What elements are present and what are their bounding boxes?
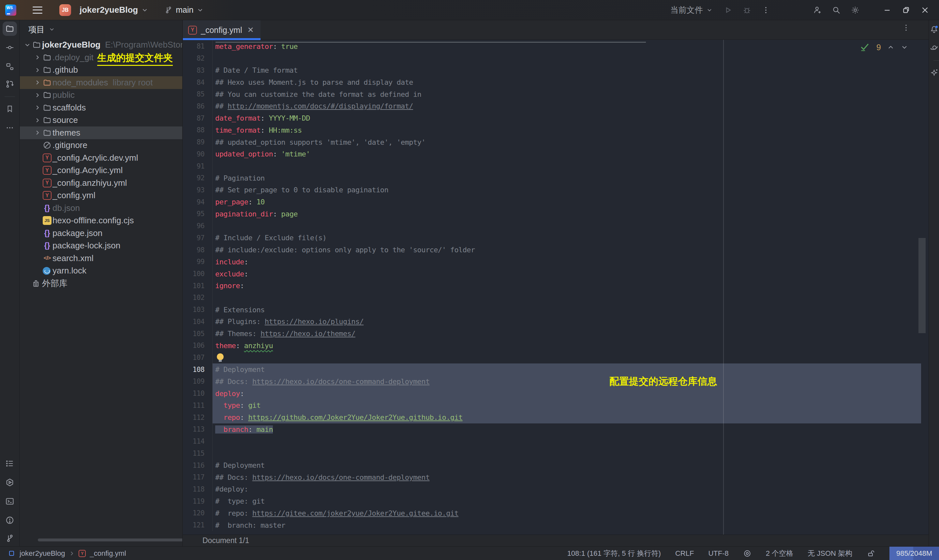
pull-requests-toolwindow-button[interactable]: [5, 80, 14, 89]
line-content[interactable]: ## Docs: https://hexo.io/docs/one-comman…: [212, 375, 921, 388]
project-panel-header[interactable]: 项目: [20, 20, 182, 38]
breadcrumb-project[interactable]: joker2yueBlog: [20, 549, 65, 558]
services-toolwindow-button[interactable]: [5, 478, 14, 487]
line-content[interactable]: # Pagination: [212, 172, 921, 184]
url-link[interactable]: https://hexo.io/themes/: [260, 329, 356, 338]
code-line-88[interactable]: 88time_format: HH:mm:ss: [183, 124, 921, 136]
line-content[interactable]: ## Themes: https://hexo.io/themes/: [212, 328, 921, 340]
line-content[interactable]: [212, 352, 921, 364]
tree-item-package.json[interactable]: {}package.json: [20, 227, 182, 240]
tab-config-yml[interactable]: Y _config.yml ✕: [183, 20, 260, 40]
line-content[interactable]: [212, 447, 921, 459]
line-content[interactable]: meta_generator: true: [212, 40, 921, 52]
line-content[interactable]: ## Plugins: https://hexo.io/plugins/: [212, 316, 921, 328]
tab-options-button[interactable]: [902, 23, 910, 32]
line-content[interactable]: ## updated_option supports 'mtime', 'dat…: [212, 136, 921, 148]
line-content[interactable]: #deploy:: [212, 483, 921, 495]
inspection-widget[interactable]: 9: [859, 42, 908, 53]
tree-item-search.xml[interactable]: </>search.xml: [20, 252, 182, 265]
line-content[interactable]: repo: https://github.com/Joker2Yue/Joker…: [212, 411, 921, 423]
tree-item-_config.Acrylic.dev.yml[interactable]: Y_config.Acrylic.dev.yml: [20, 152, 182, 164]
memory-indicator[interactable]: 985/2048M: [890, 547, 939, 560]
code-line-116[interactable]: 116# Deployment: [183, 459, 921, 471]
line-content[interactable]: # branch: master: [212, 519, 921, 531]
url-link[interactable]: http://momentjs.com/docs/#/displaying/fo…: [228, 102, 413, 110]
code-line-117[interactable]: 117## Docs: https://hexo.io/docs/one-com…: [183, 471, 921, 483]
line-content[interactable]: # Deployment: [212, 363, 921, 375]
line-content[interactable]: # Deployment: [212, 459, 921, 471]
tree-item-_config.yml[interactable]: Y_config.yml: [20, 189, 182, 202]
code-line-97[interactable]: 97# Include / Exclude file(s): [183, 232, 921, 244]
commit-toolwindow-button[interactable]: [5, 43, 14, 52]
line-content[interactable]: type: git: [212, 400, 921, 412]
url-link[interactable]: https://hexo.io/plugins/: [265, 317, 363, 326]
code-line-83[interactable]: 83# Date / Time format: [183, 64, 921, 76]
unlock-icon[interactable]: [867, 549, 875, 558]
code-line-102[interactable]: 102: [183, 292, 921, 304]
url-link[interactable]: https://github.com/Joker2Yue/Joker2Yue.g…: [248, 413, 463, 422]
intention-bulb-icon[interactable]: [217, 353, 224, 360]
line-content[interactable]: deploy:: [212, 388, 921, 400]
code-line-98[interactable]: 98## include:/exclude: options only appl…: [183, 244, 921, 256]
tree-item-source[interactable]: source: [20, 114, 182, 126]
line-content[interactable]: updated_option: 'mtime': [212, 148, 921, 160]
terminal-toolwindow-button[interactable]: [5, 497, 14, 506]
tree-chevron-right-icon[interactable]: [34, 79, 41, 86]
highlighting-level-icon[interactable]: [743, 549, 751, 558]
settings-button[interactable]: [846, 2, 865, 18]
close-button[interactable]: [916, 2, 934, 18]
code-line-91[interactable]: 91: [183, 160, 921, 172]
line-content[interactable]: pagination_dir: page: [212, 208, 921, 220]
code-line-94[interactable]: 94per_page: 10: [183, 196, 921, 208]
code-line-103[interactable]: 103# Extensions: [183, 304, 921, 316]
tree-item-_config.Acrylic.yml[interactable]: Y_config.Acrylic.yml: [20, 164, 182, 177]
tree-item-db.json[interactable]: {}db.json: [20, 202, 182, 214]
line-content[interactable]: ## Docs: https://hexo.io/docs/one-comman…: [212, 471, 921, 483]
tree-item-外部库[interactable]: 外部库: [20, 277, 182, 290]
tree-chevron-right-icon[interactable]: [34, 92, 41, 99]
code-line-109[interactable]: 109## Docs: https://hexo.io/docs/one-com…: [183, 375, 921, 388]
code-line-93[interactable]: 93## Set per_page to 0 to disable pagina…: [183, 184, 921, 196]
code-line-92[interactable]: 92# Pagination: [183, 172, 921, 184]
todo-toolwindow-button[interactable]: [5, 459, 14, 468]
line-content[interactable]: include:: [212, 256, 921, 268]
main-menu-button[interactable]: [32, 6, 42, 14]
line-content[interactable]: date_format: YYYY-MM-DD: [212, 112, 921, 124]
debug-button[interactable]: [737, 2, 756, 18]
code-line-95[interactable]: 95pagination_dir: page: [183, 208, 921, 220]
tree-item-.gitignore[interactable]: .gitignore: [20, 139, 182, 152]
code-line-105[interactable]: 105## Themes: https://hexo.io/themes/: [183, 328, 921, 340]
url-link[interactable]: https://hexo.io/docs/one-command-deploym…: [252, 377, 430, 386]
tree-item-scaffolds[interactable]: scaffolds: [20, 102, 182, 114]
code-line-100[interactable]: 100exclude:: [183, 268, 921, 280]
minimize-button[interactable]: [878, 2, 897, 18]
breadcrumb-file[interactable]: _config.yml: [90, 549, 126, 558]
more-toolwindows-button[interactable]: [6, 123, 14, 132]
ai-assistant-button[interactable]: [930, 68, 939, 77]
tree-item-yarn.lock[interactable]: yarn.lock: [20, 265, 182, 277]
line-content[interactable]: # type: git: [212, 495, 921, 507]
tree-item-hexo-offline.config.cjs[interactable]: JShexo-offline.config.cjs: [20, 214, 182, 227]
line-ending[interactable]: CRLF: [675, 549, 694, 558]
code-line-115[interactable]: 115: [183, 447, 921, 459]
tree-item-package-lock.json[interactable]: {}package-lock.json: [20, 239, 182, 252]
line-content[interactable]: per_page: 10: [212, 196, 921, 208]
space-orbit-button[interactable]: [930, 43, 939, 52]
code-line-99[interactable]: 99include:: [183, 256, 921, 268]
more-actions-button[interactable]: [756, 2, 775, 18]
code-with-me-button[interactable]: [808, 2, 827, 18]
line-content[interactable]: [212, 220, 921, 232]
tree-item-public[interactable]: public: [20, 89, 182, 102]
code-line-84[interactable]: 84## Hexo uses Moment.js to parse and di…: [183, 76, 921, 88]
code-line-119[interactable]: 119# type: git: [183, 495, 921, 507]
line-content[interactable]: [212, 292, 921, 304]
url-link[interactable]: https://hexo.io/docs/one-command-deploym…: [252, 473, 430, 482]
tree-item-node_modules[interactable]: node_moduleslibrary root: [20, 76, 182, 89]
run-configuration-selector[interactable]: 当前文件: [670, 5, 713, 15]
tree-item-joker2yueBlog[interactable]: joker2yueBlogE:\Program\WebStorm: [20, 38, 182, 51]
tree-item-_config.anzhiyu.yml[interactable]: Y_config.anzhiyu.yml: [20, 177, 182, 189]
code-line-90[interactable]: 90updated_option: 'mtime': [183, 148, 921, 160]
tree-item-themes[interactable]: themes: [20, 126, 182, 139]
editor-vertical-scrollbar[interactable]: [919, 238, 926, 333]
code-line-120[interactable]: 120# repo: https://gitee.com/joker2yue/J…: [183, 507, 921, 519]
